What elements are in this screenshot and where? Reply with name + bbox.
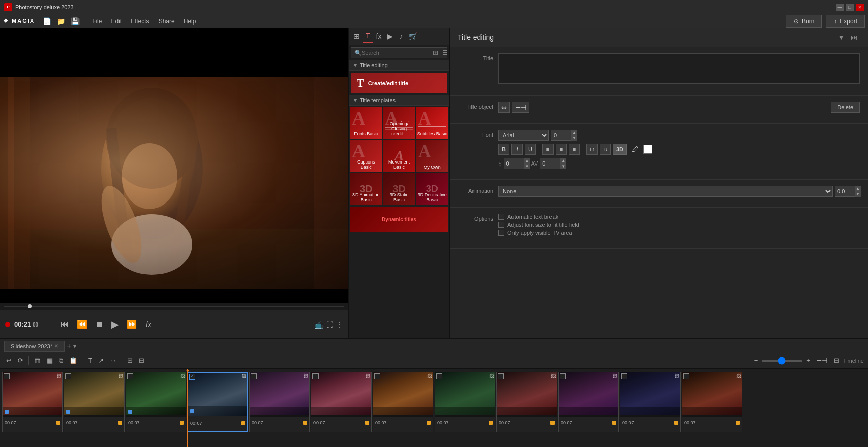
clip-checkbox-4[interactable]: ✓ — [189, 374, 195, 380]
play-button[interactable]: ▶ — [109, 318, 121, 331]
template-3d-decorative[interactable]: 3D 3D Decorative Basic — [416, 173, 448, 205]
delete-button[interactable]: 🗑 — [32, 356, 43, 365]
table-row[interactable]: 🖼 00:07 otka-si.jpg — [126, 372, 186, 432]
fit-tracks-button[interactable]: ⊢⊣ — [814, 356, 830, 365]
fit-button[interactable]: ↔ — [108, 356, 119, 365]
template-opening[interactable]: A Opening/ Closing credit... — [383, 107, 415, 139]
template-3d-static[interactable]: 3D 3D Static Basic — [383, 173, 415, 205]
template-my-own[interactable]: A My Own — [416, 140, 448, 172]
more-options-button[interactable]: ⋮ — [336, 320, 343, 329]
table-row[interactable]: 🖼 00:07 poditla.jpg — [496, 372, 557, 432]
create-edit-title-item[interactable]: T Create/edit title — [351, 73, 447, 93]
menu-help[interactable]: Help — [180, 16, 201, 27]
clip-checkbox-10[interactable] — [560, 373, 566, 379]
export-button[interactable]: ↑ Export — [826, 15, 865, 28]
timeline-content[interactable]: ▼ 🖼 00:07 slya-de...aya.jpg 🖼 — [0, 369, 868, 447]
section-title-templates[interactable]: ▼ Title templates — [349, 95, 449, 106]
table-row[interactable]: 🖼 00:07 slya-de...aya.jpg — [2, 372, 63, 432]
color-picker-icon[interactable]: 🖊 — [629, 144, 641, 155]
dynamic-titles-item[interactable]: Dynamic titles — [350, 207, 448, 232]
clip-checkbox-11[interactable] — [621, 373, 627, 379]
grid-view-button[interactable]: ⊞ — [431, 49, 440, 57]
multicam-button[interactable]: ⊟ — [137, 356, 146, 365]
skip-start-button[interactable]: ⏮ — [59, 319, 71, 330]
superscript-button[interactable]: T↑ — [586, 144, 598, 155]
clip-checkbox-7[interactable] — [374, 373, 380, 379]
table-row[interactable]: 🖼 00:07 ryz.jpg — [620, 372, 681, 432]
playback-tab[interactable]: ▶ — [385, 30, 396, 43]
template-3d-animation[interactable]: 3D 3D Animation Basic — [350, 173, 382, 205]
save-file-button[interactable]: 💾 — [68, 16, 82, 27]
font-size-down[interactable]: ▼ — [571, 135, 577, 141]
auto-text-break-checkbox[interactable] — [498, 214, 504, 220]
clip-checkbox-5[interactable] — [251, 373, 257, 379]
table-row[interactable]: 🖼 00:07 oziru.jpg — [373, 372, 433, 432]
clip-checkbox-3[interactable] — [127, 373, 133, 379]
split-button[interactable]: ⊞ — [125, 356, 135, 365]
rewind-button[interactable]: ⏪ — [75, 318, 89, 330]
clip-checkbox-9[interactable] — [498, 373, 504, 379]
table-row[interactable]: ✓ 🖼 00:07 oza.jpg — [187, 372, 248, 432]
template-subtitles[interactable]: A Subtitles Basic — [416, 107, 448, 139]
zoom-out-button[interactable]: − — [752, 356, 760, 365]
open-file-button[interactable]: 📁 — [54, 16, 67, 27]
bold-button[interactable]: B — [498, 144, 509, 155]
title-text-input[interactable] — [498, 53, 860, 84]
3d-button[interactable]: 3D — [613, 144, 627, 155]
effects-tab[interactable]: fx — [374, 30, 384, 43]
clip-checkbox-8[interactable] — [436, 373, 442, 379]
stop-button[interactable]: ⏹ — [93, 319, 105, 330]
cursor-tab[interactable]: ⊞ — [351, 30, 362, 43]
menu-edit[interactable]: Edit — [107, 16, 126, 27]
align-center-button[interactable]: ≡ — [556, 144, 567, 155]
clip-checkbox-6[interactable] — [312, 373, 319, 379]
underline-button[interactable]: U — [525, 144, 536, 155]
title-tab[interactable]: T — [363, 30, 373, 43]
minimize-button[interactable]: — — [836, 4, 844, 11]
close-button[interactable]: ✕ — [856, 4, 864, 11]
kerning-input[interactable] — [542, 160, 560, 167]
fx-button[interactable]: fx — [143, 319, 154, 330]
anim-time-up[interactable]: ▲ — [855, 186, 861, 191]
line-spacing-input[interactable] — [506, 160, 524, 167]
zoom-in-button[interactable]: + — [804, 356, 812, 365]
only-visible-tv-checkbox[interactable] — [498, 230, 504, 236]
storyboard-view-button[interactable]: ⊟ — [832, 356, 841, 365]
animation-select[interactable]: None — [498, 186, 833, 197]
title-object-size-icon[interactable]: ⇔ — [498, 102, 510, 113]
font-size-input[interactable] — [554, 132, 571, 138]
adjust-font-checkbox[interactable] — [498, 222, 504, 228]
new-file-button[interactable]: 📄 — [40, 16, 53, 27]
collapse-button[interactable]: ▼ — [836, 32, 847, 43]
menu-effects[interactable]: Effects — [127, 16, 153, 27]
table-row[interactable]: 🖼 00:07 om.jpg — [64, 372, 125, 432]
search-input[interactable] — [362, 50, 431, 56]
maximize-button[interactable]: □ — [846, 4, 854, 11]
export-tool-button[interactable]: ↗ — [96, 356, 106, 365]
fast-forward-button[interactable]: ⏩ — [125, 318, 139, 330]
scrubber-handle[interactable] — [28, 304, 32, 308]
skip-button[interactable]: ⏭ — [849, 32, 860, 43]
table-row[interactable]: 🖼 00:07 si.jpg — [682, 372, 742, 432]
line-spacing-up[interactable]: ▲ — [524, 158, 530, 164]
color-swatch[interactable] — [643, 145, 652, 154]
section-title-editing[interactable]: ▼ Title editing — [349, 60, 449, 71]
tab-dropdown-button[interactable]: ▾ — [73, 343, 76, 350]
add-tab-button[interactable]: + — [67, 342, 71, 351]
align-left-button[interactable]: ≡ — [542, 144, 554, 155]
tab-close-icon[interactable]: ✕ — [54, 343, 58, 349]
burn-button[interactable]: ⊙ Burn — [786, 15, 822, 28]
scrubber-track[interactable] — [4, 306, 344, 307]
table-row[interactable]: 🖼 00:07 por.jpg — [558, 372, 619, 432]
zoom-slider[interactable] — [762, 360, 802, 362]
kerning-up[interactable]: ▲ — [560, 158, 566, 164]
clip-checkbox-12[interactable] — [683, 373, 689, 379]
table-row[interactable]: 🖼 00:07 ozhki.jpg — [311, 372, 372, 432]
audio-tab[interactable]: ♪ — [397, 30, 405, 43]
list-view-button[interactable]: ☰ — [441, 49, 449, 57]
menu-file[interactable]: File — [88, 16, 106, 27]
undo-button[interactable]: ↩ — [4, 356, 14, 365]
font-select[interactable]: Arial — [498, 130, 549, 141]
align-right-button[interactable]: ≡ — [569, 144, 580, 155]
table-row[interactable]: 🖼 00:07 plate.jpg — [435, 372, 495, 432]
